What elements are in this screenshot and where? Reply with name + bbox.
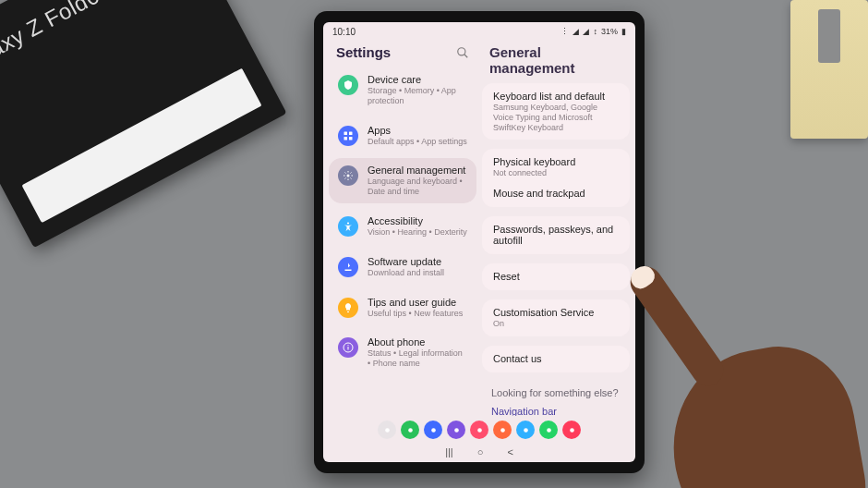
detail-card: Contact us bbox=[482, 346, 630, 372]
home-button[interactable]: ○ bbox=[477, 446, 484, 458]
svg-point-13 bbox=[431, 428, 436, 433]
accessibility-icon bbox=[338, 216, 358, 237]
detail-row[interactable]: Contact us bbox=[493, 353, 619, 364]
settings-item-general[interactable]: General managementLanguage and keyboard … bbox=[329, 158, 476, 203]
setting-subtitle: Useful tips • New features bbox=[368, 309, 463, 319]
setting-subtitle: Download and install bbox=[368, 268, 444, 278]
detail-row-title: Customisation Service bbox=[493, 307, 619, 318]
settings-item-tips[interactable]: Tips and user guideUseful tips • New fea… bbox=[329, 290, 476, 325]
setting-subtitle: Default apps • App settings bbox=[368, 137, 467, 147]
back-button[interactable]: < bbox=[507, 446, 512, 458]
detail-card: Reset bbox=[482, 263, 630, 290]
whatsapp-app-icon[interactable] bbox=[539, 421, 558, 439]
svg-rect-2 bbox=[344, 131, 348, 135]
tablet-device: 10:10 ⋮ ◢ ◢ ↕ 31% ▮ Settings Device care… bbox=[314, 11, 645, 473]
detail-row-sub: On bbox=[493, 319, 619, 329]
detail-row[interactable]: Mouse and trackpad bbox=[493, 188, 619, 199]
calendar-app-icon[interactable] bbox=[493, 421, 512, 439]
setting-subtitle: Language and keyboard • Date and time bbox=[368, 177, 467, 197]
wifi-icon: ⋮ bbox=[561, 27, 569, 36]
product-box: Galaxy Z Fold6 bbox=[0, 0, 287, 248]
status-time: 10:10 bbox=[332, 27, 356, 37]
detail-card: Physical keyboardNot connectedMouse and … bbox=[482, 149, 630, 207]
svg-rect-9 bbox=[348, 347, 349, 350]
gallery-app-icon[interactable] bbox=[470, 421, 488, 439]
settings-item-about[interactable]: About phoneStatus • Legal information • … bbox=[329, 330, 476, 375]
detail-row[interactable]: Reset bbox=[493, 271, 619, 282]
setting-title: Apps bbox=[368, 125, 467, 136]
phone-app-icon[interactable] bbox=[401, 421, 419, 439]
battery-percent: 31% bbox=[601, 27, 618, 36]
detail-card: Keyboard list and defaultSamsung Keyboar… bbox=[482, 83, 630, 140]
product-box-text: Galaxy Z Fold6 bbox=[0, 0, 103, 79]
detail-header: General management bbox=[482, 41, 630, 83]
settings-item-apps[interactable]: AppsDefault apps • App settings bbox=[329, 118, 476, 153]
messages-app-icon[interactable] bbox=[424, 421, 442, 439]
detail-row-title: Passwords, passkeys, and autofill bbox=[493, 224, 619, 246]
status-bar: 10:10 ⋮ ◢ ◢ ↕ 31% ▮ bbox=[323, 22, 635, 41]
detail-card: Customisation ServiceOn bbox=[482, 299, 630, 336]
looking-for-label: Looking for something else? bbox=[482, 382, 630, 400]
settings-header: Settings bbox=[329, 41, 476, 67]
detail-card: Passwords, passkeys, and autofill bbox=[482, 216, 630, 254]
svg-point-16 bbox=[500, 428, 505, 433]
barcode-label bbox=[22, 68, 262, 223]
general-icon bbox=[338, 165, 358, 186]
status-icons: ⋮ ◢ ◢ ↕ 31% ▮ bbox=[561, 27, 626, 36]
svg-point-0 bbox=[458, 47, 465, 55]
detail-row-sub: Samsung Keyboard, Google Voice Typing an… bbox=[493, 103, 619, 132]
settings-title: Settings bbox=[336, 44, 391, 60]
signal-icon-2: ◢ bbox=[583, 27, 589, 36]
hand bbox=[619, 257, 831, 488]
svg-point-18 bbox=[547, 428, 551, 433]
pocket-app-icon[interactable] bbox=[562, 421, 581, 439]
play-app-icon[interactable] bbox=[516, 421, 535, 439]
setting-title: Tips and user guide bbox=[368, 297, 463, 308]
hinge-prop bbox=[818, 9, 840, 63]
detail-row[interactable]: Keyboard list and defaultSamsung Keyboar… bbox=[493, 91, 619, 132]
device-care-icon bbox=[338, 75, 358, 95]
detail-title: General management bbox=[489, 44, 622, 76]
setting-subtitle: Storage • Memory • App protection bbox=[368, 86, 467, 106]
detail-row[interactable]: Passwords, passkeys, and autofill bbox=[493, 224, 619, 246]
internet-app-icon[interactable] bbox=[447, 421, 465, 439]
setting-title: Software update bbox=[368, 256, 444, 267]
settings-item-accessibility[interactable]: AccessibilityVision • Hearing • Dexterit… bbox=[329, 209, 476, 244]
about-icon bbox=[338, 337, 358, 358]
app-dock bbox=[323, 416, 635, 444]
setting-subtitle: Vision • Hearing • Dexterity bbox=[368, 227, 467, 238]
svg-rect-4 bbox=[344, 137, 348, 140]
settings-item-device-care[interactable]: Device careStorage • Memory • App protec… bbox=[329, 67, 476, 113]
detail-pane: General management Keyboard list and def… bbox=[482, 41, 630, 416]
svg-point-10 bbox=[347, 345, 348, 346]
signal-icon: ◢ bbox=[573, 27, 579, 36]
setting-title: Device care bbox=[368, 74, 467, 85]
svg-point-19 bbox=[570, 428, 574, 433]
detail-row-title: Keyboard list and default bbox=[493, 91, 619, 102]
svg-point-12 bbox=[408, 428, 413, 433]
detail-row[interactable]: Physical keyboardNot connected bbox=[493, 156, 619, 178]
update-icon bbox=[338, 257, 358, 277]
tips-icon bbox=[338, 298, 358, 318]
detail-row-title: Mouse and trackpad bbox=[493, 188, 619, 199]
setting-title: General management bbox=[368, 165, 467, 176]
settings-item-update[interactable]: Software updateDownload and install bbox=[329, 250, 476, 285]
settings-list-pane: Settings Device careStorage • Memory • A… bbox=[329, 41, 476, 416]
svg-point-14 bbox=[454, 428, 459, 433]
detail-row-title: Physical keyboard bbox=[493, 156, 619, 167]
search-icon[interactable] bbox=[456, 46, 469, 59]
detail-row-title: Reset bbox=[493, 271, 619, 282]
wood-block-prop bbox=[790, 0, 868, 139]
svg-point-11 bbox=[385, 428, 390, 433]
svg-rect-3 bbox=[349, 131, 353, 135]
setting-title: Accessibility bbox=[368, 215, 467, 226]
finder-app-icon[interactable] bbox=[378, 421, 396, 439]
setting-title: About phone bbox=[368, 336, 467, 348]
svg-line-1 bbox=[464, 54, 468, 57]
navigation-bar-link[interactable]: Navigation bar bbox=[482, 406, 630, 416]
setting-subtitle: Status • Legal information • Phone name bbox=[368, 348, 467, 369]
recent-apps-button[interactable]: ||| bbox=[445, 446, 453, 458]
network-icon: ↕ bbox=[593, 27, 597, 36]
svg-point-17 bbox=[524, 428, 528, 433]
detail-row[interactable]: Customisation ServiceOn bbox=[493, 307, 619, 329]
